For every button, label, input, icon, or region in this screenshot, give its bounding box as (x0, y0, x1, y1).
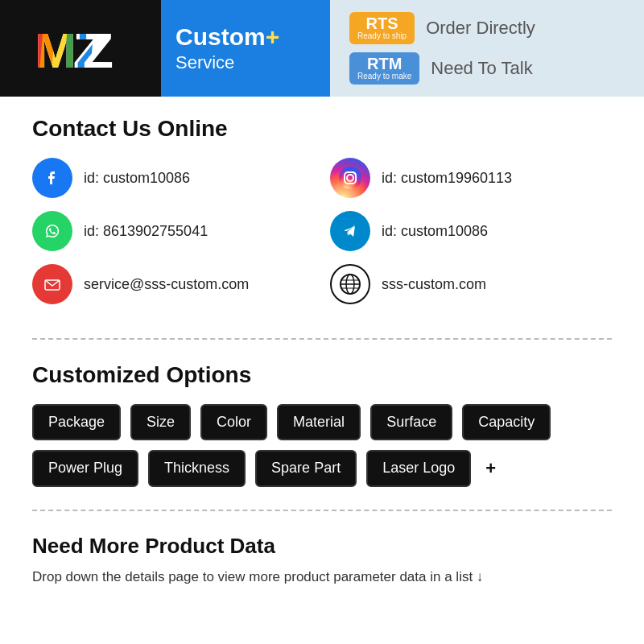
options-section: Customized Options Package Size Color Ma… (0, 346, 644, 503)
website-url: sss-custom.com (382, 276, 486, 293)
instagram-svg (339, 167, 361, 189)
tag-laser-logo: Laser Logo (366, 450, 471, 487)
page-header: MZ MZ Z Custom + Service (0, 0, 644, 97)
tag-size: Size (130, 404, 191, 440)
contact-title: Contact Us Online (32, 116, 612, 142)
email-icon (32, 264, 72, 304)
telegram-id: id: custom10086 (382, 223, 488, 240)
logo-section: MZ MZ Z (0, 0, 161, 97)
tag-thickness: Thickness (148, 450, 246, 487)
tag-material: Material (277, 404, 361, 440)
telegram-svg (339, 220, 361, 242)
svg-point-16 (41, 220, 64, 242)
instagram-id: id: custom19960113 (382, 170, 512, 187)
contact-item-whatsapp: id: 8613902755041 (32, 211, 314, 251)
instagram-icon (330, 158, 370, 198)
tag-color: Color (200, 404, 267, 440)
tag-surface: Surface (370, 404, 452, 440)
tag-power-plug: Power Plug (32, 450, 138, 487)
custom-label: Custom (175, 23, 266, 50)
product-data-title: Need More Product Data (32, 534, 612, 559)
tag-package: Package (32, 404, 121, 440)
contact-item-website: sss-custom.com (330, 264, 612, 304)
email-address: service@sss-custom.com (84, 276, 249, 293)
globe-icon (330, 264, 370, 304)
custom-service-section: Custom + Service (161, 0, 330, 97)
contact-section: Contact Us Online id: custom10086 (0, 97, 644, 332)
product-data-section: Need More Product Data Drop down the det… (0, 518, 644, 604)
tags-container: Package Size Color Material Surface Capa… (32, 404, 612, 487)
rtm-badge: RTM Ready to make (349, 52, 419, 85)
need-text: Need To Talk (431, 58, 532, 79)
rts-label: RTS (366, 15, 398, 31)
contact-item-instagram: id: custom19960113 (330, 158, 612, 198)
whatsapp-id: id: 8613902755041 (84, 223, 208, 240)
contact-grid: id: custom10086 (32, 158, 612, 304)
product-data-description: Drop down the details page to view more … (32, 567, 612, 588)
divider-2 (32, 510, 612, 511)
telegram-icon (330, 211, 370, 251)
contact-item-facebook: id: custom10086 (32, 158, 314, 198)
tag-capacity: Capacity (462, 404, 551, 440)
tag-plus: + (481, 450, 501, 487)
globe-svg (339, 273, 361, 295)
contact-item-email: service@sss-custom.com (32, 264, 314, 304)
rtm-row: RTM Ready to make Need To Talk (349, 52, 533, 85)
order-section: RTS Ready to ship Order Directly RTM Rea… (330, 0, 644, 97)
contact-item-telegram: id: custom10086 (330, 211, 612, 251)
rtm-label: RTM (367, 56, 402, 72)
svg-point-15 (353, 172, 355, 174)
custom-plus-label: + (266, 23, 280, 51)
service-label: Service (175, 52, 234, 73)
rts-row: RTS Ready to ship Order Directly (349, 12, 535, 44)
svg-point-12 (339, 167, 361, 189)
order-text: Order Directly (426, 18, 535, 39)
svg-text:Z: Z (83, 23, 113, 78)
tag-spare-part: Spare Part (255, 450, 357, 487)
facebook-svg (41, 167, 64, 189)
mz-logo: MZ MZ Z (28, 16, 133, 80)
whatsapp-icon (32, 211, 72, 251)
email-svg (41, 273, 64, 295)
divider-1 (32, 338, 612, 340)
rts-badge: RTS Ready to ship (349, 12, 415, 44)
facebook-id: id: custom10086 (84, 170, 190, 187)
facebook-icon (32, 158, 72, 198)
rtm-sub: Ready to make (357, 72, 411, 81)
options-title: Customized Options (32, 362, 612, 388)
svg-point-18 (41, 273, 64, 295)
whatsapp-svg (41, 220, 64, 242)
rts-sub: Ready to ship (357, 31, 407, 41)
